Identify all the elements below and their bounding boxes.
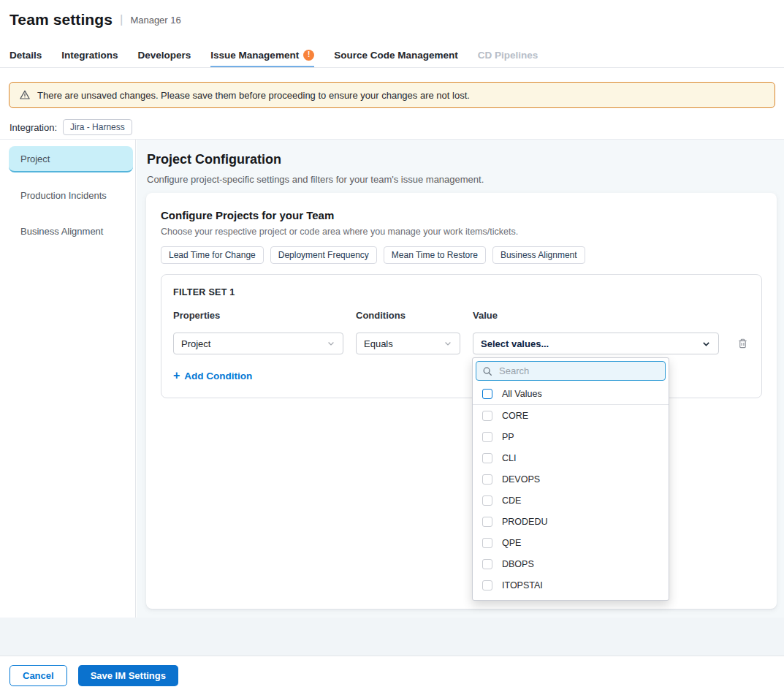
- checkbox[interactable]: [482, 517, 492, 527]
- metric-chips-row: Lead Time for Change Deployment Frequenc…: [161, 246, 762, 264]
- dropdown-option-devops[interactable]: DEVOPS: [473, 468, 669, 490]
- tab-details[interactable]: Details: [9, 42, 42, 67]
- column-label-properties: Properties: [173, 310, 343, 321]
- conditions-select[interactable]: Equals: [356, 333, 460, 354]
- tab-label: Source Code Management: [334, 50, 458, 61]
- page-header: Team settings | Manager 16: [0, 0, 784, 42]
- filter-condition-row: Project Equals Select values...: [173, 333, 750, 354]
- tab-label: Integrations: [61, 50, 118, 61]
- checkbox-all-values[interactable]: [482, 389, 492, 399]
- value-select-placeholder: Select values...: [481, 338, 549, 349]
- integration-row: Integration: Jira - Harness: [9, 119, 132, 135]
- dropdown-option-label: All Values: [502, 389, 542, 399]
- dropdown-option-prodedu[interactable]: PRODEDU: [473, 511, 669, 532]
- bottom-background-strip: [0, 618, 784, 656]
- dropdown-option-pipe[interactable]: PIPE: [473, 596, 669, 601]
- warning-triangle-icon: [19, 89, 31, 101]
- dropdown-option-label: DEVOPS: [502, 474, 540, 485]
- checkbox[interactable]: [482, 474, 492, 485]
- tab-label: Issue Management: [210, 50, 299, 61]
- filter-set-title: FILTER SET 1: [173, 287, 750, 297]
- conditions-select-value: Equals: [364, 338, 393, 349]
- dropdown-option-cde[interactable]: CDE: [473, 490, 669, 511]
- sidebar-item-business-alignment[interactable]: Business Alignment: [9, 218, 133, 244]
- column-label-value: Value: [473, 310, 719, 321]
- dropdown-search[interactable]: [476, 361, 666, 381]
- tab-label: Developers: [138, 50, 191, 61]
- properties-select[interactable]: Project: [173, 333, 343, 354]
- dropdown-option-label: ITOPSTAI: [502, 580, 543, 590]
- search-icon: [482, 366, 492, 376]
- title-divider: |: [120, 12, 123, 27]
- dropdown-option-label: CORE: [502, 411, 528, 421]
- dropdown-option-label: PRODEDU: [502, 517, 548, 527]
- unsaved-changes-banner: There are unsaved changes. Please save t…: [9, 82, 775, 108]
- sidebar-item-production-incidents[interactable]: Production Incidents: [9, 182, 133, 208]
- tab-bar: Details Integrations Developers Issue Ma…: [0, 42, 784, 68]
- checkbox[interactable]: [482, 580, 492, 590]
- checkbox[interactable]: [482, 495, 492, 506]
- checkbox[interactable]: [482, 411, 492, 421]
- dropdown-option-cli[interactable]: CLI: [473, 447, 669, 468]
- tab-issue-management[interactable]: Issue Management !: [210, 42, 314, 67]
- dropdown-option-dbops[interactable]: DBOPS: [473, 553, 669, 574]
- tab-label: CD Pipelines: [478, 50, 538, 61]
- configure-projects-card: Configure Projects for your Team Choose …: [146, 193, 777, 609]
- page-title: Team settings: [9, 11, 113, 29]
- checkbox[interactable]: [482, 432, 492, 442]
- dropdown-option-label: CLI: [502, 453, 516, 463]
- tab-label: Details: [9, 50, 42, 61]
- dropdown-option-pp[interactable]: PP: [473, 426, 669, 447]
- settings-sidebar: Project Production Incidents Business Al…: [0, 140, 136, 618]
- value-multiselect[interactable]: Select values...: [473, 333, 719, 354]
- metric-chip-deployment-frequency: Deployment Frequency: [270, 246, 377, 264]
- cancel-button[interactable]: Cancel: [9, 665, 67, 686]
- dropdown-option-qpe[interactable]: QPE: [473, 532, 669, 553]
- tab-source-code-management[interactable]: Source Code Management: [334, 42, 458, 67]
- add-condition-label: Add Condition: [184, 371, 252, 381]
- tab-integrations[interactable]: Integrations: [61, 42, 118, 67]
- dropdown-option-label: CDE: [502, 495, 521, 506]
- tab-cd-pipelines: CD Pipelines: [478, 42, 538, 67]
- trash-icon: [737, 338, 748, 349]
- main-content: Project Configuration Configure project-…: [137, 140, 784, 618]
- delete-condition-button[interactable]: [731, 338, 753, 349]
- metric-chip-mean-time-to-restore: Mean Time to Restore: [384, 246, 486, 264]
- chevron-down-icon: [701, 339, 711, 349]
- dropdown-option-label: PP: [502, 432, 514, 442]
- filter-set-1: FILTER SET 1 Properties Conditions Value…: [161, 274, 762, 398]
- properties-select-value: Project: [181, 338, 210, 349]
- search-input[interactable]: [498, 365, 659, 377]
- metric-chip-lead-time: Lead Time for Change: [161, 246, 264, 264]
- checkbox[interactable]: [482, 538, 492, 548]
- unsaved-alert-badge-icon: !: [303, 50, 314, 61]
- metric-chip-business-alignment: Business Alignment: [492, 246, 585, 264]
- plus-icon: +: [173, 370, 180, 381]
- chevron-down-icon: [327, 339, 335, 348]
- tab-developers[interactable]: Developers: [138, 42, 191, 67]
- dropdown-option-core[interactable]: CORE: [473, 405, 669, 426]
- checkbox[interactable]: [482, 559, 492, 569]
- card-title: Configure Projects for your Team: [161, 209, 762, 221]
- integration-chip[interactable]: Jira - Harness: [63, 119, 132, 135]
- footer-action-bar: Cancel Save IM Settings: [0, 656, 784, 695]
- dropdown-option-itopstai[interactable]: ITOPSTAI: [473, 574, 669, 596]
- chevron-down-icon: [444, 339, 452, 348]
- dropdown-option-label: DBOPS: [502, 559, 534, 569]
- dropdown-option-label: QPE: [502, 538, 521, 548]
- team-name-label: Manager 16: [130, 15, 180, 26]
- section-description: Configure project-specific settings and …: [147, 174, 484, 185]
- card-subtitle: Choose your respective project or code a…: [161, 227, 762, 237]
- filter-column-labels: Properties Conditions Value: [173, 310, 750, 321]
- sidebar-item-project[interactable]: Project: [9, 146, 133, 172]
- integration-label: Integration:: [9, 122, 57, 133]
- dropdown-option-all-values[interactable]: All Values: [473, 384, 669, 405]
- checkbox[interactable]: [482, 453, 492, 463]
- save-im-settings-button[interactable]: Save IM Settings: [78, 665, 178, 686]
- column-label-conditions: Conditions: [356, 310, 460, 321]
- banner-text: There are unsaved changes. Please save t…: [37, 90, 470, 101]
- section-title: Project Configuration: [147, 152, 281, 167]
- add-condition-button[interactable]: + Add Condition: [173, 370, 252, 381]
- value-dropdown-panel: All Values CORE PP CLI DEVOPS CDE: [472, 357, 669, 601]
- team-settings-page: Team settings | Manager 16 Details Integ…: [0, 0, 784, 695]
